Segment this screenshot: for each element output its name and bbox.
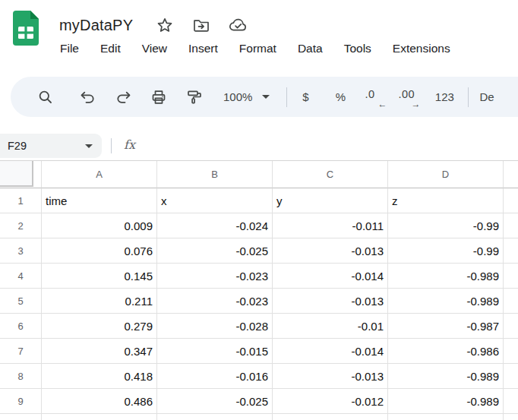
- paint-format-icon[interactable]: [185, 88, 204, 106]
- font-selector[interactable]: De: [479, 88, 494, 106]
- cell-C1[interactable]: y: [273, 188, 388, 213]
- cell-D2[interactable]: -0.99: [388, 213, 504, 238]
- column-header-C[interactable]: C: [273, 161, 388, 188]
- move-to-folder-icon[interactable]: [191, 15, 211, 35]
- cell-C8[interactable]: -0.013: [273, 364, 388, 389]
- cell-D3[interactable]: -0.99: [388, 238, 504, 264]
- row-2: 20.009-0.024-0.011-0.99: [0, 213, 518, 238]
- cell-partial-1[interactable]: [504, 188, 518, 213]
- row-6: 60.279-0.028-0.01-0.987: [0, 314, 518, 339]
- row-5: 50.211-0.023-0.013-0.989: [0, 289, 518, 314]
- menu-file[interactable]: File: [60, 42, 79, 55]
- print-icon[interactable]: [150, 88, 168, 106]
- cell-partial-6[interactable]: [504, 314, 518, 339]
- menu-extensions[interactable]: Extensions: [393, 42, 450, 55]
- cell-D10[interactable]: -0.99: [388, 414, 504, 420]
- cell-D8[interactable]: -0.989: [388, 364, 504, 389]
- cell-partial-3[interactable]: [504, 238, 518, 264]
- cell-C7[interactable]: -0.014: [273, 339, 388, 364]
- cell-D7[interactable]: -0.986: [388, 339, 504, 364]
- cell-A6[interactable]: 0.279: [42, 314, 157, 339]
- select-all-corner[interactable]: [0, 161, 42, 188]
- cell-B2[interactable]: -0.024: [157, 213, 273, 238]
- cell-partial-5[interactable]: [504, 289, 518, 314]
- zoom-control[interactable]: 100%: [223, 90, 270, 103]
- cell-partial-2[interactable]: [504, 213, 518, 238]
- cloud-saved-icon[interactable]: [228, 15, 248, 35]
- more-formats-label: 123: [435, 90, 454, 103]
- decrease-decimal-label: .0: [365, 88, 374, 100]
- decrease-decimal-button[interactable]: .0 ←: [365, 87, 384, 107]
- row-header-7[interactable]: 7: [0, 339, 42, 364]
- cell-B3[interactable]: -0.025: [157, 238, 273, 264]
- cell-C4[interactable]: -0.014: [273, 264, 388, 289]
- cell-B10[interactable]: -0.02: [157, 414, 273, 420]
- column-header-partial[interactable]: [504, 161, 518, 188]
- row-header-5[interactable]: 5: [0, 289, 42, 314]
- font-name-label: De: [479, 90, 494, 103]
- cell-B7[interactable]: -0.015: [157, 339, 273, 364]
- menu-view[interactable]: View: [142, 42, 167, 55]
- cell-B8[interactable]: -0.016: [157, 364, 273, 389]
- star-icon[interactable]: [155, 15, 175, 35]
- cell-A2[interactable]: 0.009: [42, 213, 157, 238]
- cell-partial-7[interactable]: [504, 339, 518, 364]
- redo-icon[interactable]: [114, 88, 132, 106]
- name-box[interactable]: F29: [0, 134, 102, 158]
- cell-D9[interactable]: -0.989: [388, 389, 504, 414]
- row-header-6[interactable]: 6: [0, 314, 42, 339]
- cell-C10[interactable]: -0.012: [273, 414, 388, 420]
- cell-C2[interactable]: -0.011: [273, 213, 388, 238]
- column-header-B[interactable]: B: [157, 161, 273, 188]
- menu-data[interactable]: Data: [298, 42, 323, 55]
- cell-partial-8[interactable]: [504, 364, 518, 389]
- undo-icon[interactable]: [79, 88, 97, 106]
- document-title[interactable]: myDataPY: [59, 17, 133, 34]
- search-icon[interactable]: [36, 88, 55, 106]
- more-formats-button[interactable]: 123: [433, 88, 456, 106]
- increase-decimal-button[interactable]: .00 →: [398, 87, 418, 107]
- select-all-box: [0, 161, 33, 187]
- row-header-9[interactable]: 9: [0, 389, 42, 414]
- cell-C6[interactable]: -0.01: [273, 314, 388, 339]
- cell-A7[interactable]: 0.347: [42, 339, 157, 364]
- menu-format[interactable]: Format: [239, 42, 276, 55]
- cell-A5[interactable]: 0.211: [42, 289, 157, 314]
- cell-partial-9[interactable]: [504, 389, 518, 414]
- row-header-3[interactable]: 3: [0, 238, 42, 264]
- cell-A10[interactable]: 0.552: [42, 414, 157, 420]
- row-header-4[interactable]: 4: [0, 264, 42, 289]
- cell-C5[interactable]: -0.013: [273, 289, 388, 314]
- cell-D1[interactable]: z: [388, 188, 504, 213]
- sheets-logo-icon[interactable]: [13, 11, 39, 46]
- cell-partial-10[interactable]: [504, 414, 518, 420]
- format-percent-button[interactable]: %: [331, 88, 349, 106]
- cell-B6[interactable]: -0.028: [157, 314, 273, 339]
- row-header-1[interactable]: 1: [0, 188, 42, 213]
- cell-D6[interactable]: -0.987: [388, 314, 504, 339]
- column-header-A[interactable]: A: [42, 161, 157, 188]
- menu-insert[interactable]: Insert: [188, 42, 218, 55]
- format-currency-button[interactable]: $: [296, 88, 314, 106]
- cell-C9[interactable]: -0.012: [273, 389, 388, 414]
- menu-edit[interactable]: Edit: [100, 42, 121, 55]
- cell-D5[interactable]: -0.989: [388, 289, 504, 314]
- cell-A3[interactable]: 0.076: [42, 238, 157, 264]
- cell-B5[interactable]: -0.023: [157, 289, 273, 314]
- cell-B1[interactable]: x: [157, 188, 273, 213]
- row-header-10[interactable]: 10: [0, 414, 42, 420]
- cell-B4[interactable]: -0.023: [157, 264, 273, 289]
- cell-A4[interactable]: 0.145: [42, 264, 157, 289]
- cell-C3[interactable]: -0.013: [273, 238, 388, 264]
- cell-A8[interactable]: 0.418: [42, 364, 157, 389]
- menu-tools[interactable]: Tools: [344, 42, 371, 55]
- cell-A1[interactable]: time: [42, 188, 157, 213]
- column-header-D[interactable]: D: [388, 161, 504, 188]
- row-header-8[interactable]: 8: [0, 364, 42, 389]
- cell-A9[interactable]: 0.486: [42, 389, 157, 414]
- row-header-2[interactable]: 2: [0, 213, 42, 238]
- row-8: 80.418-0.016-0.013-0.989: [0, 364, 518, 389]
- cell-partial-4[interactable]: [504, 264, 518, 289]
- cell-B9[interactable]: -0.025: [157, 389, 273, 414]
- cell-D4[interactable]: -0.989: [388, 264, 504, 289]
